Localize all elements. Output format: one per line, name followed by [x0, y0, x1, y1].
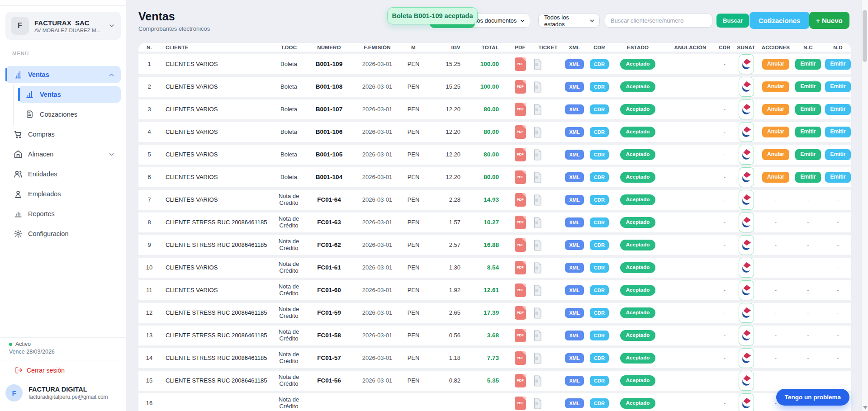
emitir-credit-note-button[interactable]: Emitir: [795, 104, 821, 115]
sunat-icon[interactable]: [739, 213, 754, 232]
pdf-icon[interactable]: PDF: [515, 193, 526, 207]
status-filter-select[interactable]: Todos los estados: [538, 14, 600, 28]
cdr-download-badge[interactable]: CDR: [590, 240, 609, 250]
xml-download-badge[interactable]: XML: [565, 195, 583, 205]
xml-download-badge[interactable]: XML: [565, 217, 583, 228]
sunat-icon[interactable]: [739, 235, 754, 255]
emitir-credit-note-button[interactable]: Emitir: [795, 59, 821, 70]
sunat-icon[interactable]: [739, 122, 754, 142]
sidebar-subitem-cotizaciones[interactable]: Cotizaciones: [18, 106, 121, 123]
cdr-download-badge[interactable]: CDR: [590, 398, 609, 409]
cdr-download-badge[interactable]: CDR: [590, 308, 609, 318]
sidebar-item-configuracion[interactable]: Configuracion: [5, 225, 121, 242]
sunat-icon[interactable]: [739, 348, 754, 368]
cdr-download-badge[interactable]: CDR: [590, 127, 609, 137]
cdr-download-badge[interactable]: CDR: [590, 331, 609, 341]
sunat-icon[interactable]: [739, 258, 754, 278]
pdf-icon[interactable]: PDF: [515, 216, 526, 229]
xml-download-badge[interactable]: XML: [565, 353, 583, 364]
xml-download-badge[interactable]: XML: [565, 308, 583, 318]
ticket-icon[interactable]: [533, 353, 563, 364]
anular-button[interactable]: Anular: [762, 81, 789, 92]
emitir-debit-note-button[interactable]: Emitir: [825, 172, 850, 183]
sidebar-item-compras[interactable]: Compras: [5, 126, 121, 143]
company-selector[interactable]: F FACTURAX_SAC AV MORALEZ DUAREZ M...: [5, 12, 121, 40]
ticket-icon[interactable]: [533, 81, 563, 93]
sunat-icon[interactable]: [739, 371, 754, 391]
search-input[interactable]: Buscar cliente/serie/número: [605, 14, 712, 28]
account-profile[interactable]: F FACTURA DIGITAL facturadigitalperu.pe@…: [5, 384, 121, 402]
anular-button[interactable]: Anular: [762, 127, 789, 137]
emitir-credit-note-button[interactable]: Emitir: [795, 81, 821, 92]
sunat-icon[interactable]: [739, 280, 754, 300]
cdr-download-badge[interactable]: CDR: [590, 263, 609, 273]
sunat-icon[interactable]: [739, 167, 754, 187]
cdr-download-badge[interactable]: CDR: [590, 172, 609, 183]
emitir-debit-note-button[interactable]: Emitir: [825, 81, 850, 92]
xml-download-badge[interactable]: XML: [565, 172, 583, 183]
sunat-icon[interactable]: [739, 77, 754, 97]
pdf-icon[interactable]: PDF: [515, 374, 526, 387]
sidebar-item-entidades[interactable]: Entidades: [5, 165, 121, 183]
ticket-icon[interactable]: [533, 307, 563, 319]
support-button[interactable]: Tengo un problema: [776, 389, 849, 406]
emitir-debit-note-button[interactable]: Emitir: [825, 104, 850, 115]
sunat-icon[interactable]: [739, 145, 754, 165]
xml-download-badge[interactable]: XML: [565, 240, 583, 250]
sunat-icon[interactable]: [739, 54, 754, 74]
cdr-download-badge[interactable]: CDR: [590, 82, 609, 92]
emitir-credit-note-button[interactable]: Emitir: [795, 172, 821, 183]
sunat-icon[interactable]: [739, 190, 754, 210]
emitir-debit-note-button[interactable]: Emitir: [825, 59, 850, 70]
ticket-icon[interactable]: [533, 375, 563, 387]
sidebar-item-empleados[interactable]: Empleados: [5, 185, 121, 203]
emitir-credit-note-button[interactable]: Emitir: [795, 149, 821, 160]
ticket-icon[interactable]: [533, 285, 563, 296]
xml-download-badge[interactable]: XML: [565, 285, 583, 296]
pdf-icon[interactable]: PDF: [515, 351, 526, 365]
emitir-credit-note-button[interactable]: Emitir: [795, 127, 821, 137]
sidebar-subitem-ventas[interactable]: Ventas: [18, 86, 121, 103]
pdf-icon[interactable]: PDF: [515, 261, 526, 274]
sunat-icon[interactable]: [739, 303, 754, 323]
sidebar-item-ventas[interactable]: Ventas: [5, 66, 121, 83]
ticket-icon[interactable]: [533, 398, 563, 409]
pdf-icon[interactable]: PDF: [515, 397, 526, 410]
xml-download-badge[interactable]: XML: [565, 263, 583, 273]
sunat-icon[interactable]: [739, 99, 754, 119]
quotes-button[interactable]: Cotizaciones: [749, 12, 810, 29]
sunat-icon[interactable]: [739, 326, 754, 345]
anular-button[interactable]: Anular: [762, 104, 789, 115]
anular-button[interactable]: Anular: [762, 149, 789, 160]
pdf-icon[interactable]: PDF: [515, 283, 526, 297]
emitir-debit-note-button[interactable]: Emitir: [825, 149, 850, 160]
ticket-icon[interactable]: [533, 172, 563, 183]
scrollbar-thumb[interactable]: [863, 10, 867, 62]
xml-download-badge[interactable]: XML: [565, 127, 583, 137]
ticket-icon[interactable]: [533, 262, 563, 274]
xml-download-badge[interactable]: XML: [565, 398, 583, 409]
cdr-download-badge[interactable]: CDR: [590, 353, 609, 364]
xml-download-badge[interactable]: XML: [565, 150, 583, 160]
ticket-icon[interactable]: [533, 194, 563, 206]
ticket-icon[interactable]: [533, 217, 563, 228]
logout-button[interactable]: Cerrar sesión: [15, 366, 65, 374]
cdr-download-badge[interactable]: CDR: [590, 104, 609, 115]
sidebar-item-almacen[interactable]: Almacen: [5, 146, 121, 163]
vertical-scrollbar[interactable]: [861, 0, 868, 411]
ticket-icon[interactable]: [533, 149, 563, 161]
cdr-download-badge[interactable]: CDR: [590, 285, 609, 296]
pdf-icon[interactable]: PDF: [515, 125, 526, 139]
pdf-icon[interactable]: PDF: [515, 57, 526, 71]
cdr-download-badge[interactable]: CDR: [590, 150, 609, 160]
pdf-icon[interactable]: PDF: [515, 148, 526, 161]
new-document-button[interactable]: + Nuevo: [809, 12, 849, 29]
pdf-icon[interactable]: PDF: [515, 80, 526, 94]
xml-download-badge[interactable]: XML: [565, 331, 583, 341]
pdf-icon[interactable]: PDF: [515, 103, 526, 116]
cdr-download-badge[interactable]: CDR: [590, 59, 609, 70]
sunat-icon[interactable]: [739, 393, 754, 411]
scrollbar-down-arrow[interactable]: [863, 406, 868, 409]
ticket-icon[interactable]: [533, 330, 563, 341]
ticket-icon[interactable]: [533, 127, 563, 138]
